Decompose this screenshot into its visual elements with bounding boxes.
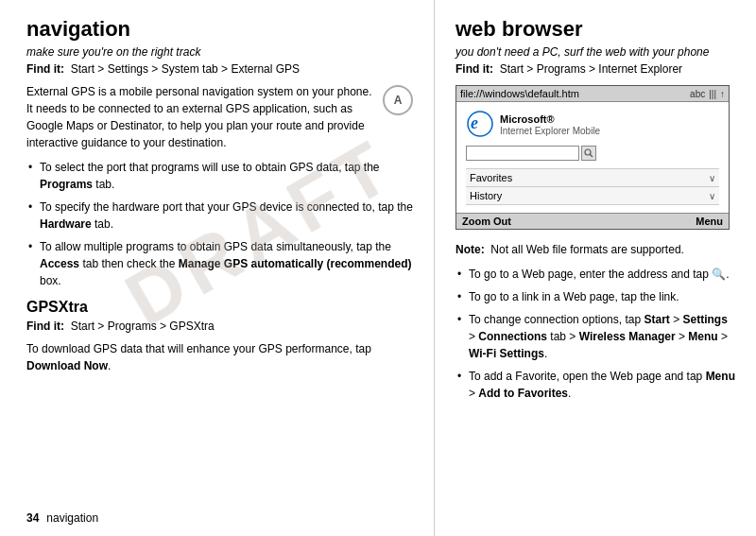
right-bullets: To go to a Web page, enter the address a… [455, 266, 735, 402]
left-bullets: To select the port that programs will us… [26, 159, 413, 289]
gpsxtra-find-it: Find it: Start > Programs > GPSXtra [26, 320, 413, 333]
browser-search-row [466, 146, 719, 161]
menu-button[interactable]: Menu [696, 216, 723, 227]
bullet-item: To go to a Web page, enter the address a… [455, 266, 735, 283]
browser-mockup: file://\windows\default.htm abc ||| ↑ [455, 85, 730, 230]
favorites-label: Favorites [470, 172, 512, 183]
left-tagline: make sure you're on the right track [26, 45, 413, 59]
page-label: navigation [46, 511, 98, 525]
browser-search-button[interactable] [581, 146, 596, 161]
history-label: History [470, 190, 502, 201]
zoom-out-button[interactable]: Zoom Out [462, 216, 511, 227]
svg-text:e: e [471, 113, 478, 132]
note-body: Not all Web file formats are supported. [490, 243, 684, 256]
right-section-title: web browser [455, 17, 735, 42]
abc-icon: abc [690, 89, 705, 99]
bullet-item: To select the port that programs will us… [26, 159, 413, 193]
svg-point-2 [585, 149, 591, 155]
browser-search-input[interactable] [466, 146, 579, 161]
search-icon [584, 148, 593, 158]
signal-icon: ↑ [720, 89, 725, 99]
ie-brand: Microsoft® [500, 113, 555, 125]
subsection-title: GPSXtra [26, 299, 413, 316]
gpsxtra-find-it-label: Find it: [26, 320, 64, 333]
gpsxtra-find-it-path: Start > Programs > GPSXtra [71, 320, 215, 333]
bullet-item: To add a Favorite, open the Web page and… [455, 368, 735, 402]
page-number: 34 [26, 511, 39, 525]
find-it-label: Find it: [26, 62, 64, 76]
left-column: navigation make sure you're on the right… [0, 0, 435, 536]
ie-text-block: Microsoft® Internet Explorer Mobile [500, 112, 600, 136]
ie-product-name: Internet Explorer Mobile [500, 126, 600, 136]
bullet-item: To go to a link in a Web page, tap the l… [455, 288, 735, 305]
gpsxtra-body: To download GPS data that will enhance y… [26, 340, 413, 374]
svg-line-3 [591, 155, 593, 158]
find-it-path: Start > Settings > System tab > External… [71, 62, 300, 76]
left-find-it: Find it: Start > Settings > System tab >… [26, 62, 413, 76]
bullet-item: To allow multiple programs to obtain GPS… [26, 238, 413, 289]
left-section-title: navigation [26, 17, 413, 42]
ie-logo-icon: e [466, 110, 494, 138]
browser-history-row[interactable]: History ∨ [466, 187, 719, 205]
browser-bottom-bar: Zoom Out Menu [456, 213, 729, 229]
bullet-item: To change connection options, tap Start … [455, 311, 735, 362]
bullet-item: To specify the hardware port that your G… [26, 199, 413, 233]
ie-logo-row: e Microsoft® Internet Explorer Mobile [466, 110, 719, 138]
right-tagline: you don't need a PC, surf the web with y… [455, 45, 735, 59]
columns-icon: ||| [709, 89, 716, 99]
browser-toolbar: file://\windows\default.htm abc ||| ↑ [456, 86, 729, 102]
right-column: web browser you don't need a PC, surf th… [435, 0, 756, 536]
browser-url: file://\windows\default.htm [460, 88, 690, 99]
right-find-it-path: Start > Programs > Internet Explorer [500, 62, 682, 76]
browser-body: e Microsoft® Internet Explorer Mobile [456, 102, 729, 213]
history-chevron: ∨ [709, 191, 715, 201]
browser-toolbar-icons: abc ||| ↑ [690, 89, 725, 99]
favorites-chevron: ∨ [709, 173, 715, 183]
browser-favorites-row[interactable]: Favorites ∨ [466, 168, 719, 187]
note-text: Note: Not all Web file formats are suppo… [455, 241, 735, 258]
right-find-it: Find it: Start > Programs > Internet Exp… [455, 62, 735, 76]
left-body-text: External GPS is a mobile personal naviga… [26, 83, 373, 151]
page-layout: navigation make sure you're on the right… [0, 0, 756, 536]
right-find-it-label: Find it: [455, 62, 493, 76]
note-label: Note: [455, 243, 485, 256]
gps-icon: A [383, 85, 413, 115]
